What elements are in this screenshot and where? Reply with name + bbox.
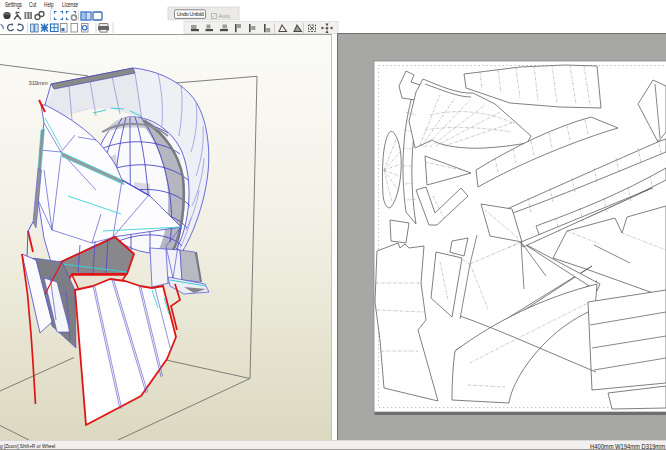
svg-text:Undo Unfold: Undo Unfold bbox=[177, 11, 204, 17]
svg-text:319mm: 319mm bbox=[29, 80, 48, 86]
svg-text:Auto: Auto bbox=[219, 13, 231, 19]
